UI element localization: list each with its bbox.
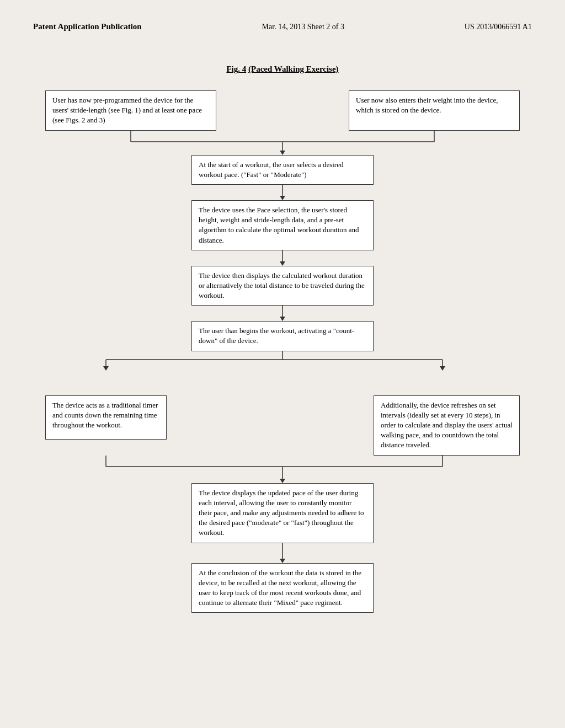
- box-2: The device uses the Pace selection, the …: [191, 200, 374, 250]
- svg-marker-7: [280, 196, 285, 200]
- diagram: User has now pre-programmed the device f…: [45, 90, 520, 613]
- page-header: Patent Application Publication Mar. 14, …: [33, 22, 532, 31]
- top-left-box: User has now pre-programmed the device f…: [45, 90, 216, 131]
- svg-marker-18: [440, 366, 445, 371]
- svg-marker-5: [280, 151, 285, 155]
- figure-title: Fig. 4 (Paced Walking Exercise): [33, 65, 532, 74]
- arrow-3: [277, 306, 288, 321]
- box-4: The user than begins the workout, activa…: [191, 321, 374, 351]
- header-title: Patent Application Publication: [33, 22, 142, 31]
- svg-marker-15: [103, 366, 109, 371]
- split-section: The device acts as a traditional timer a…: [45, 351, 520, 486]
- merge-arrows-top: [45, 131, 520, 155]
- figure-label: Fig. 4: [226, 65, 246, 73]
- box-6: At the conclusion of the workout the dat…: [191, 563, 374, 613]
- arrow-1: [277, 185, 288, 200]
- arrow-5: [277, 543, 288, 563]
- box-5: The device displays the updated pace of …: [191, 483, 374, 543]
- top-right-box: User now also enters their weight into t…: [349, 90, 520, 131]
- top-row: User has now pre-programmed the device f…: [45, 90, 520, 131]
- svg-marker-24: [280, 479, 285, 483]
- merge-arrows-svg: [45, 131, 520, 155]
- figure-subtitle: (Paced Walking Exercise): [248, 65, 339, 73]
- merge-arrows-svg-2: [45, 456, 520, 486]
- svg-marker-11: [280, 317, 285, 321]
- split-boxes: The device acts as a traditional timer a…: [45, 371, 520, 456]
- center-flow: At the start of a workout, the user sele…: [45, 155, 520, 351]
- header-date: Mar. 14, 2013 Sheet 2 of 3: [262, 23, 344, 31]
- box-3: The device then displays the calculated …: [191, 266, 374, 306]
- svg-marker-26: [280, 559, 285, 563]
- center-flow-2: The device displays the updated pace of …: [45, 483, 520, 613]
- svg-marker-9: [280, 261, 285, 266]
- split-right-box: Additionally, the device refreshes on se…: [374, 395, 520, 456]
- box-1: At the start of a workout, the user sele…: [191, 155, 374, 185]
- header-patent: US 2013/0066591 A1: [465, 23, 532, 31]
- arrow-2: [277, 250, 288, 266]
- split-left-box: The device acts as a traditional timer a…: [45, 395, 167, 440]
